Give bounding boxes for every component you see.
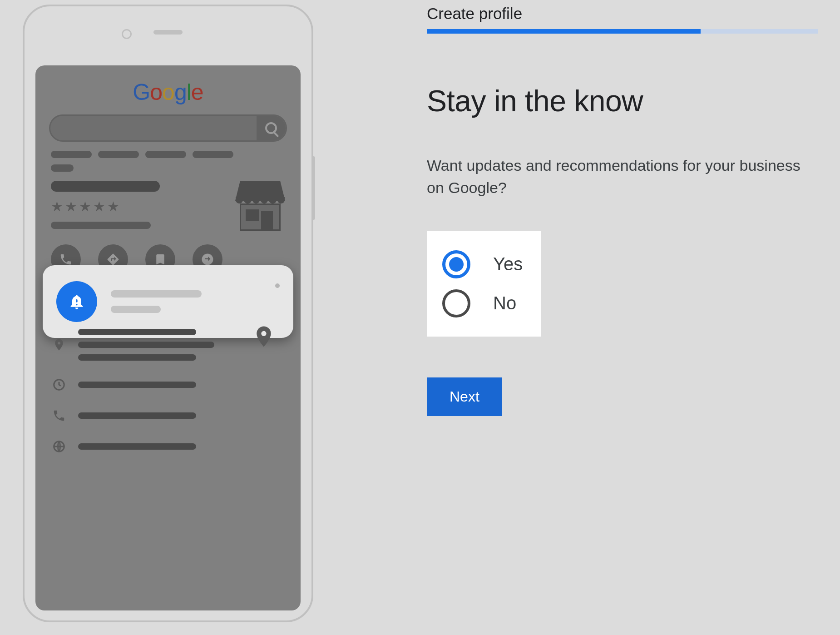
- website-row: [51, 440, 285, 453]
- radio-label-yes: Yes: [493, 254, 523, 274]
- phone-icon: [51, 409, 67, 422]
- phone-row: [51, 409, 285, 422]
- radio-option-no[interactable]: No: [440, 284, 524, 323]
- phone-mockup: Google ★★★★★: [23, 5, 313, 622]
- search-icon: [257, 116, 286, 140]
- business-card-illustration: ★★★★★: [51, 181, 285, 231]
- radio-unselected-icon: [442, 289, 470, 318]
- pin-icon: [51, 338, 67, 352]
- hours-row: [51, 378, 285, 392]
- search-bar-illustration: [49, 114, 287, 142]
- radio-selected-icon: [442, 250, 470, 278]
- bell-icon: [56, 281, 97, 322]
- progress-bar: [427, 29, 818, 34]
- step-label: Create profile: [427, 5, 818, 23]
- clock-icon: [51, 378, 67, 392]
- map-pin-icon: [252, 324, 276, 354]
- progress-fill: [427, 29, 701, 34]
- phone-screen: Google ★★★★★: [35, 65, 301, 610]
- rating-stars: ★★★★★: [51, 200, 235, 213]
- globe-icon: [51, 440, 67, 453]
- page-title: Stay in the know: [427, 84, 818, 118]
- illustration-panel: Google ★★★★★: [0, 0, 336, 635]
- content-panel: Create profile Stay in the know Want upd…: [336, 0, 840, 635]
- radio-option-yes[interactable]: Yes: [440, 245, 524, 284]
- question-text: Want updates and recommendations for you…: [427, 154, 818, 199]
- radio-label-no: No: [493, 293, 516, 313]
- storefront-icon: [235, 181, 285, 231]
- google-logo: Google: [44, 79, 292, 105]
- next-button[interactable]: Next: [427, 377, 502, 416]
- radio-group: Yes No: [427, 231, 541, 337]
- address-row: [51, 329, 285, 361]
